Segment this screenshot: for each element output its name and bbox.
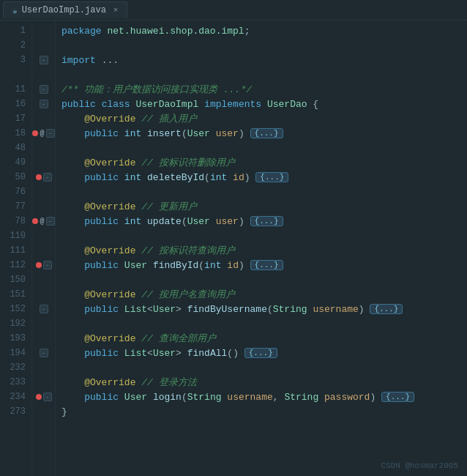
tab-filename: UserDaoImpl.java <box>22 5 106 15</box>
code-line-1: package net.huawei.shop.dao.impl; <box>61 23 461 38</box>
code-line-110 <box>61 228 461 243</box>
line-num: 76 <box>0 185 31 199</box>
gutter-row <box>32 155 55 170</box>
fold-icon[interactable]: - <box>40 56 48 64</box>
gutter-row <box>32 67 55 82</box>
code-content: package net.huawei.shop.dao.impl; import… <box>56 21 467 476</box>
line-num: 3 <box>0 53 31 67</box>
code-line-152: public List<User> findByUsername(String … <box>61 302 461 316</box>
code-line-234: public User login(String username, Strin… <box>61 390 461 404</box>
fold-icon[interactable]: - <box>40 349 48 357</box>
line-num: 49 <box>0 155 31 170</box>
at-marker: @ <box>40 130 44 138</box>
fold-icon[interactable]: - <box>43 173 52 182</box>
watermark: CSDN @hosmar2005 <box>381 461 458 470</box>
collapsed-block[interactable]: {...} <box>250 216 283 226</box>
collapsed-block[interactable]: {...} <box>250 260 283 270</box>
code-line-111: @Override // 按标识符查询用户 <box>61 243 461 258</box>
line-num: 273 <box>0 404 31 419</box>
line-num: 2 <box>0 38 31 53</box>
code-line-192 <box>61 316 461 331</box>
fold-icon[interactable]: - <box>43 393 52 401</box>
line-num: 112 <box>0 258 31 272</box>
gutter-row <box>32 141 55 155</box>
collapsed-block[interactable]: {...} <box>370 304 403 314</box>
collapsed-block[interactable]: {...} <box>244 348 277 358</box>
gutter-row: - <box>32 302 55 316</box>
code-line-16: public class UserDaoImpl implements User… <box>61 97 461 111</box>
tab-bar: ☕ UserDaoImpl.java × <box>0 0 467 21</box>
at-marker: @ <box>40 217 44 226</box>
code-line-150 <box>61 272 461 287</box>
gutter-row <box>32 243 55 258</box>
line-num: 193 <box>0 331 31 346</box>
code-line-112: public User findById(int id) {...} <box>61 258 461 272</box>
file-tab[interactable]: ☕ UserDaoImpl.java × <box>3 1 127 18</box>
collapsed-block[interactable]: {...} <box>381 392 414 402</box>
gutter-row: - <box>32 53 55 67</box>
fold-icon[interactable]: - <box>46 129 55 138</box>
tab-close-icon[interactable]: × <box>113 6 119 15</box>
code-line-spacer <box>61 67 461 82</box>
code-line-49: @Override // 按标识符删除用户 <box>61 155 461 170</box>
code-line-77: @Override // 更新用户 <box>61 199 461 214</box>
fold-icon[interactable]: - <box>43 261 52 269</box>
code-line-17: @Override // 插入用户 <box>61 111 461 126</box>
line-num: 151 <box>0 287 31 302</box>
gutter-row <box>32 111 55 126</box>
line-num: 11 <box>0 82 31 97</box>
line-num <box>0 67 31 82</box>
breakpoint-dot[interactable] <box>32 218 38 224</box>
code-line-76 <box>61 185 461 199</box>
line-numbers: 1 2 3 11 16 17 18 48 49 50 76 77 78 110 … <box>0 21 32 476</box>
line-num: 1 <box>0 23 31 38</box>
gutter-row: - <box>32 390 55 404</box>
gutter-row <box>32 23 55 38</box>
file-icon: ☕ <box>12 6 18 15</box>
breakpoint-dot[interactable] <box>36 394 42 400</box>
code-line-2 <box>61 38 461 53</box>
gutter-row: - <box>32 170 55 185</box>
gutter-row <box>32 199 55 214</box>
line-num: 18 <box>0 126 31 141</box>
breakpoint-dot[interactable] <box>32 130 38 136</box>
line-num: 192 <box>0 316 31 331</box>
line-num: 78 <box>0 214 31 228</box>
line-num: 48 <box>0 141 31 155</box>
fold-icon[interactable]: - <box>46 217 55 226</box>
gutter-row <box>32 38 55 53</box>
code-line-48 <box>61 141 461 155</box>
gutter-row <box>32 185 55 199</box>
editor-window: ☕ UserDaoImpl.java × 1 2 3 11 16 17 18 4… <box>0 0 467 476</box>
gutter-row <box>32 404 55 419</box>
gutter-row: - <box>32 97 55 111</box>
line-num: 17 <box>0 111 31 126</box>
editor-area: 1 2 3 11 16 17 18 48 49 50 76 77 78 110 … <box>0 21 467 476</box>
breakpoint-dot[interactable] <box>36 262 42 268</box>
code-line-193: @Override // 查询全部用户 <box>61 331 461 346</box>
gutter-row <box>32 272 55 287</box>
line-num: 234 <box>0 390 31 404</box>
gutter-row <box>32 287 55 302</box>
code-line-151: @Override // 按用户名查询用户 <box>61 287 461 302</box>
fold-icon[interactable]: - <box>40 305 48 313</box>
collapsed-block[interactable]: {...} <box>250 128 283 138</box>
fold-icon[interactable]: - <box>40 85 48 94</box>
line-num: 150 <box>0 272 31 287</box>
gutter-row: - <box>32 258 55 272</box>
line-num: 194 <box>0 346 31 360</box>
line-num: 152 <box>0 302 31 316</box>
fold-icon[interactable]: - <box>40 100 48 108</box>
code-line-50: public int deleteById(int id) {...} <box>61 170 461 185</box>
breakpoint-dot[interactable] <box>36 174 42 180</box>
line-num: 232 <box>0 360 31 375</box>
gutter-row: @ - <box>32 126 55 141</box>
code-line-194: public List<User> findAll() {...} <box>61 346 461 360</box>
gutter: - - - @ - <box>32 21 56 476</box>
gutter-row <box>32 316 55 331</box>
collapsed-block[interactable]: {...} <box>255 172 288 182</box>
line-num: 111 <box>0 243 31 258</box>
line-num: 233 <box>0 375 31 390</box>
code-line-78: public int update(User user) {...} <box>61 214 461 228</box>
line-num: 50 <box>0 170 31 185</box>
